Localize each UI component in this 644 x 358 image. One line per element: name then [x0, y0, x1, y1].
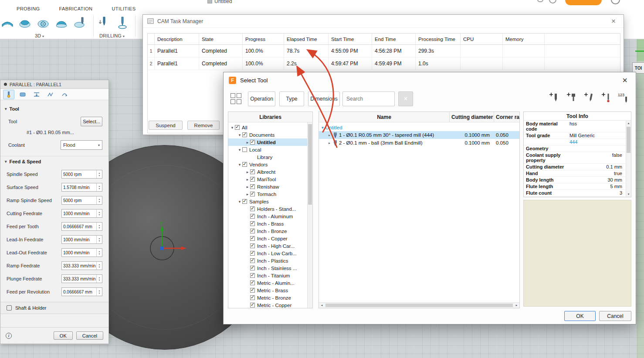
field-input[interactable]: 333.333 mm/min	[61, 274, 102, 283]
spinner-icon[interactable]	[96, 288, 102, 296]
field-input[interactable]: 5000 rpm	[61, 196, 102, 205]
ribbon-group-drilling[interactable]: DRILLING	[99, 33, 125, 38]
column-header[interactable]: Progress	[243, 34, 284, 44]
tree-expand-icon[interactable]: ▸	[245, 140, 250, 145]
scrollbar-thumb[interactable]	[325, 304, 513, 307]
library-view-icon[interactable]	[230, 93, 242, 105]
collapse-icon[interactable]: ▾	[5, 107, 7, 111]
column-header[interactable]: End Time	[372, 34, 416, 44]
column-name[interactable]: Name	[319, 112, 450, 122]
tool-row[interactable]: ▸ 2 - Ø0.1 mm - ball (3mm Ball Endmill) …	[319, 139, 519, 147]
scroll-down-icon[interactable]: ▾	[626, 192, 631, 197]
ok-button[interactable]: OK	[564, 311, 596, 321]
toolpath-3d-icon-2[interactable]	[18, 16, 31, 30]
library-tree-item[interactable]: Metric - Brass	[228, 287, 307, 294]
search-input[interactable]	[342, 91, 395, 106]
library-tree-item[interactable]: ▾ Vendors	[228, 161, 307, 168]
chevron-right-icon[interactable]: ▸	[329, 141, 333, 145]
tree-checkbox[interactable]	[250, 184, 255, 189]
column-corner-radius[interactable]: Corner ra	[494, 112, 519, 122]
library-tree-item[interactable]: Inch - Stainless ...	[228, 264, 307, 272]
spinner-icon[interactable]	[96, 183, 102, 191]
filter-type-button[interactable]: Type	[279, 91, 304, 106]
ok-button[interactable]: OK	[54, 331, 73, 340]
ribbon-tab[interactable]: FABRICATION	[59, 6, 93, 11]
field-input[interactable]: 0.0666667 mm	[61, 222, 102, 231]
spinner-icon[interactable]	[96, 196, 102, 204]
tree-checkbox[interactable]	[250, 266, 255, 270]
tree-checkbox[interactable]	[242, 132, 247, 137]
library-tree-item[interactable]: ▸ Tormach	[228, 190, 307, 198]
tree-checkbox[interactable]	[242, 162, 247, 167]
toolpath-3d-icon-4[interactable]	[55, 16, 68, 30]
tree-checkbox[interactable]	[242, 199, 247, 204]
cancel-button[interactable]: Cancel	[599, 311, 631, 321]
library-tree-item[interactable]: ▾ Local	[228, 146, 307, 153]
tab-passes-icon[interactable]	[45, 90, 56, 99]
scrollbar-thumb[interactable]	[627, 127, 630, 153]
help-icon[interactable]	[611, 0, 620, 4]
toolpath-3d-icon-5[interactable]	[73, 16, 86, 30]
library-tree-item[interactable]: Inch - Brass	[228, 220, 307, 227]
tree-checkbox[interactable]	[250, 236, 255, 241]
add-mill-tool-icon[interactable]	[547, 91, 561, 106]
tab-geometry-icon[interactable]	[17, 90, 28, 99]
add-holder-icon[interactable]	[565, 91, 579, 106]
task-manager-titlebar[interactable]: CAM Task Manager ×	[143, 15, 624, 28]
select-tool-titlebar[interactable]: F Select Tool ×	[224, 72, 636, 88]
library-tree-item[interactable]: ▾ All	[228, 124, 307, 131]
column-header[interactable]: Start Time	[329, 34, 372, 44]
field-input[interactable]: 1000 mm/min	[61, 209, 102, 218]
tree-checkbox[interactable]	[250, 280, 255, 285]
library-tree-item[interactable]: Inch - Bronze	[228, 227, 307, 235]
shaft-holder-section[interactable]: Shaft & Holder	[0, 302, 108, 314]
spinner-icon[interactable]	[96, 275, 102, 283]
tool-select-button[interactable]: Select...	[81, 117, 102, 126]
clear-search-icon[interactable]: ×	[398, 91, 413, 106]
tree-checkbox[interactable]	[250, 288, 255, 293]
spinner-icon[interactable]	[96, 170, 102, 178]
tree-checkbox[interactable]	[250, 221, 255, 226]
tree-checkbox[interactable]	[250, 140, 255, 145]
tab-heights-icon[interactable]	[31, 90, 42, 99]
suspend-button[interactable]: Suspend	[149, 121, 183, 130]
filter-dimensions-button[interactable]: Dimensions	[308, 91, 340, 106]
tree-checkbox[interactable]	[250, 273, 255, 278]
add-lathe-tool-icon[interactable]	[582, 91, 596, 106]
library-tree-item[interactable]: ▾ Documents	[228, 131, 307, 138]
field-input[interactable]: 0.0666667 mm	[61, 287, 102, 296]
field-input[interactable]: 333.333 mm/min	[61, 261, 102, 270]
close-icon[interactable]: ×	[619, 75, 630, 85]
column-header[interactable]: State	[199, 34, 243, 44]
drilling-icon-1[interactable]	[98, 16, 111, 30]
tree-expand-icon[interactable]: ▸	[245, 177, 250, 182]
library-tree-item[interactable]: ▾ Samples	[228, 198, 307, 205]
tree-checkbox[interactable]	[250, 206, 255, 211]
notifications-icon[interactable]	[537, 0, 543, 2]
tree-checkbox[interactable]	[250, 295, 255, 300]
library-tree-item[interactable]: Inch - Aluminum	[228, 213, 307, 220]
column-header[interactable]: Description	[155, 34, 199, 44]
tool-info-scrollbar[interactable]: ▴ ▾	[626, 121, 631, 197]
library-tree-item[interactable]: Inch - Copper	[228, 235, 307, 242]
tree-checkbox[interactable]	[250, 303, 255, 307]
tree-expand-icon[interactable]: ▾	[237, 148, 242, 152]
scroll-right-icon[interactable]: ▸	[514, 303, 519, 308]
renumber-tools-icon[interactable]: 123	[617, 91, 631, 106]
tab-linking-icon[interactable]	[59, 90, 70, 99]
tree-expand-icon[interactable]: ▾	[237, 133, 242, 137]
field-input[interactable]: 1.5708 m/min	[61, 183, 102, 192]
tree-checkbox[interactable]	[250, 229, 255, 233]
tree-checkbox[interactable]	[250, 169, 255, 174]
spinner-icon[interactable]	[96, 236, 102, 243]
library-tree-item[interactable]: Inch - Titanium	[228, 272, 307, 279]
tree-expand-icon[interactable]: ▸	[245, 192, 250, 196]
libraries-scrollbar[interactable]	[307, 122, 312, 308]
library-tree-item[interactable]: ▸ Renishaw	[228, 183, 307, 190]
spinner-icon[interactable]	[96, 249, 102, 257]
task-row[interactable]: 1 Parallel1 Completed 100.0% 78.7s 4:55:…	[148, 45, 620, 57]
ribbon-tab[interactable]: UTILITIES	[112, 6, 136, 11]
library-tree-item[interactable]: Inch - Low Carb...	[228, 250, 307, 257]
tree-checkbox[interactable]	[235, 125, 240, 130]
tool-group-row[interactable]: ▾ Untitled	[319, 124, 519, 131]
